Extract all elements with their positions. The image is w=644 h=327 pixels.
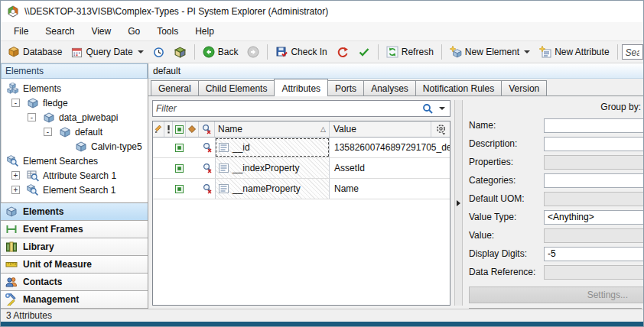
menu-file[interactable]: File: [5, 24, 37, 39]
forward-button[interactable]: [243, 44, 263, 60]
menu-help[interactable]: Help: [187, 24, 223, 39]
nav-library[interactable]: Library: [1, 238, 148, 256]
attributes-list-pane: Name △ Value: [152, 100, 450, 306]
nav-management[interactable]: Management: [1, 291, 148, 309]
tab-attributes[interactable]: Attributes: [274, 79, 328, 96]
expander-collapse-icon[interactable]: -: [28, 113, 36, 121]
config-item-column-header[interactable]: [186, 121, 199, 137]
element-searches-icon: [7, 155, 19, 167]
expander-collapse-icon[interactable]: -: [11, 99, 20, 107]
undo-checkout-button[interactable]: [333, 44, 353, 60]
nav-unit-of-measure[interactable]: Unit of Measure: [1, 256, 148, 274]
settings-button: Settings...: [469, 287, 644, 303]
tree-item-calvin-type5[interactable]: Calvin-type5: [2, 139, 148, 154]
tree-item-element-searches[interactable]: Element Searches: [2, 154, 148, 168]
tree-item-fledge[interactable]: - fledge: [2, 96, 148, 110]
search-input[interactable]: [623, 46, 642, 60]
filter-options-caret-icon[interactable]: [439, 107, 445, 110]
column-settings-button[interactable]: [431, 121, 450, 137]
new-attribute-button[interactable]: New Attribute: [535, 44, 613, 60]
new-attribute-icon: [539, 46, 551, 58]
attribute-list-icon: [219, 184, 229, 193]
value-type-field[interactable]: [544, 210, 644, 225]
back-icon: [203, 46, 215, 58]
nav-contacts[interactable]: Contacts: [1, 274, 148, 291]
new-element-button[interactable]: New Element: [446, 44, 534, 60]
excluded-column-header[interactable]: [164, 121, 173, 137]
check-in-button[interactable]: Check In: [272, 44, 330, 60]
open-database-button[interactable]: [170, 44, 190, 61]
tree-item-data-piwebapi[interactable]: - data_piwebapi: [2, 110, 148, 125]
menu-tools[interactable]: Tools: [148, 24, 187, 39]
refresh-icon: [386, 46, 398, 58]
attribute-name-cell[interactable]: __nameProperty: [215, 179, 330, 199]
attribute-value-cell[interactable]: 13582600746897291705_default: [330, 138, 450, 157]
tab-general[interactable]: General: [151, 80, 199, 96]
menu-search[interactable]: Search: [37, 24, 83, 39]
selected-element-header: default: [148, 63, 643, 79]
elements-tree: Elements - fledge - data_piwebapi - defa…: [1, 79, 148, 202]
database-button[interactable]: Database: [4, 44, 66, 60]
tab-version[interactable]: Version: [501, 80, 547, 96]
property-row-description: Description:: [469, 134, 643, 153]
default-uom-field: [544, 192, 644, 206]
library-icon: [5, 241, 18, 253]
window-bottom-border: [1, 322, 643, 326]
search-excluded-icon: [201, 124, 212, 134]
name-field[interactable]: [544, 118, 644, 133]
filter-search-icon[interactable]: [422, 103, 433, 114]
filter-input[interactable]: [153, 101, 422, 116]
contacts-icon: [5, 276, 18, 288]
tree-item-attribute-search-1[interactable]: + Attribute Search 1: [2, 168, 148, 183]
expander-expand-icon[interactable]: +: [11, 171, 20, 180]
display-digits-field[interactable]: [544, 247, 644, 261]
tree-item-default[interactable]: - default: [2, 125, 148, 139]
template-square-icon: [175, 125, 184, 134]
main-panel: default General Child Elements Attribute…: [148, 63, 643, 309]
property-row-display-digits: Display Digits:: [469, 244, 643, 263]
tab-ports[interactable]: Ports: [327, 80, 364, 96]
value-column-header[interactable]: Value: [330, 121, 431, 137]
attribute-value-cell[interactable]: Name: [330, 179, 450, 199]
nav-elements[interactable]: Elements: [1, 203, 148, 221]
attribute-name-cell[interactable]: __id: [215, 138, 330, 157]
back-button[interactable]: Back: [199, 44, 242, 60]
section-nav: Elements Event Frames: [1, 202, 148, 309]
apply-check-button[interactable]: [354, 44, 374, 60]
nav-event-frames[interactable]: Event Frames: [1, 221, 148, 238]
property-row-value-type: Value Type:: [469, 208, 643, 226]
refresh-button[interactable]: Refresh: [382, 44, 437, 60]
attribute-name-cell[interactable]: __indexProperty: [215, 158, 330, 178]
expander-expand-icon[interactable]: +: [11, 186, 20, 194]
sort-ascending-icon: △: [320, 125, 326, 133]
tree-item-elements-root[interactable]: Elements: [2, 81, 148, 96]
pencil-column-header[interactable]: [153, 121, 164, 137]
no-search-column-header[interactable]: [199, 121, 215, 137]
attribute-row-name-property[interactable]: __nameProperty Name: [153, 179, 450, 199]
description-field[interactable]: [544, 137, 644, 151]
pane-splitter[interactable]: [454, 100, 463, 306]
tab-analyses[interactable]: Analyses: [363, 80, 416, 96]
attribute-value-cell[interactable]: AssetId: [330, 158, 450, 178]
name-column-header[interactable]: Name △: [215, 121, 330, 137]
tab-child-elements[interactable]: Child Elements: [198, 80, 275, 96]
attribute-row-id[interactable]: __id 13582600746897291705_default: [153, 138, 450, 158]
expander-collapse-icon[interactable]: -: [44, 128, 52, 136]
query-date-button[interactable]: Query Date: [67, 44, 147, 60]
menu-go[interactable]: Go: [119, 24, 148, 39]
attribute-row-index-property[interactable]: __indexProperty AssetId: [153, 158, 450, 179]
save-check-icon: [275, 46, 288, 58]
checkmark-icon: [358, 46, 370, 58]
clock-icon: [153, 47, 164, 58]
attribute-properties-pane: Group by: Name: Description: Properties:: [463, 100, 643, 306]
menu-view[interactable]: View: [83, 24, 119, 39]
time-button[interactable]: [149, 44, 168, 60]
template-column-header[interactable]: [173, 121, 186, 137]
search-excluded-icon: [202, 142, 213, 153]
element-cube-icon: [27, 97, 39, 109]
breadcrumb: default: [153, 66, 181, 76]
categories-field[interactable]: [544, 173, 644, 188]
tree-item-element-search-1[interactable]: + Element Search 1: [2, 183, 148, 197]
ruler-icon: [5, 258, 18, 270]
tab-notification-rules[interactable]: Notification Rules: [415, 80, 502, 96]
